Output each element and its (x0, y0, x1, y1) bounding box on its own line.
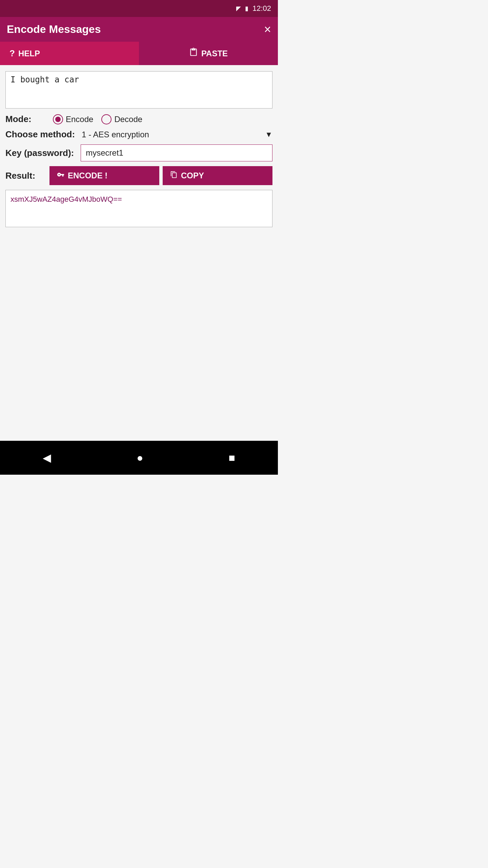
method-select-wrapper[interactable]: 1 - AES encryption ▼ (82, 130, 272, 139)
tab-paste[interactable]: PASTE (139, 42, 278, 65)
decode-radio-outer (101, 114, 111, 124)
status-time: 12:02 (252, 4, 271, 13)
result-output-text: xsmXJ5wAZ4ageG4vMJboWQ== (11, 195, 122, 203)
app-title: Encode Messages (7, 23, 101, 36)
tab-help-label: HELP (18, 49, 40, 58)
tab-bar: ? HELP PASTE (0, 42, 278, 65)
app-header: Encode Messages × (0, 17, 278, 42)
method-row: Choose method: 1 - AES encryption ▼ (5, 129, 272, 140)
tab-paste-label: PASTE (201, 49, 228, 58)
copy-button[interactable]: COPY (163, 166, 272, 185)
key-label: Key (password): (5, 148, 74, 158)
message-input-wrapper: I bought a car (5, 71, 272, 108)
signal-icon: ◤ (236, 5, 241, 12)
message-input[interactable]: I bought a car (11, 75, 267, 102)
mode-row: Mode: Encode Decode (5, 114, 272, 124)
encode-button-label: ENCODE ! (68, 171, 107, 180)
nav-bar: ◀ ● ■ (0, 441, 278, 475)
decode-radio-option[interactable]: Decode (101, 114, 142, 124)
result-output-wrapper: xsmXJ5wAZ4ageG4vMJboWQ== (5, 190, 272, 227)
copy-icon (170, 171, 178, 180)
encode-radio-outer (53, 114, 63, 124)
result-label: Result: (5, 171, 46, 181)
mode-label: Mode: (5, 114, 46, 124)
method-select-text: 1 - AES encryption (82, 130, 262, 139)
key-icon (57, 171, 64, 180)
chevron-down-icon: ▼ (265, 130, 272, 139)
home-button[interactable]: ● (126, 448, 153, 468)
method-label: Choose method: (5, 129, 75, 140)
key-input[interactable] (81, 144, 272, 161)
mode-radio-group: Encode Decode (53, 114, 142, 124)
encode-button[interactable]: ENCODE ! (49, 166, 159, 185)
back-button[interactable]: ◀ (33, 448, 61, 468)
battery-icon: ▮ (245, 5, 248, 12)
encode-radio-inner (55, 117, 61, 122)
encode-radio-option[interactable]: Encode (53, 114, 93, 124)
result-row: Result: ENCODE ! COPY (5, 166, 272, 185)
encode-radio-label: Encode (66, 115, 93, 124)
paste-icon (189, 48, 198, 59)
close-button[interactable]: × (264, 23, 271, 36)
help-icon: ? (9, 48, 15, 59)
recent-button[interactable]: ■ (219, 448, 245, 468)
status-bar: ◤ ▮ 12:02 (0, 0, 278, 17)
copy-button-label: COPY (181, 171, 204, 180)
tab-help[interactable]: ? HELP (0, 42, 139, 65)
main-content: I bought a car Mode: Encode Decode Choos… (0, 65, 278, 441)
decode-radio-label: Decode (114, 115, 142, 124)
key-row: Key (password): (5, 144, 272, 161)
